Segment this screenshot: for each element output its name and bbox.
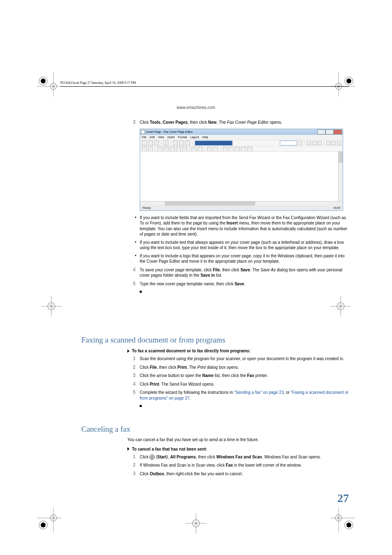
bold: Insert bbox=[226, 221, 238, 225]
text: dialog box opens. bbox=[205, 365, 239, 370]
bold: Save bbox=[235, 282, 244, 286]
bold: Fax bbox=[247, 373, 254, 378]
text: Scan the document using the program for … bbox=[140, 356, 344, 361]
text: Type the new cover page template name, t… bbox=[140, 282, 235, 286]
step-body: Click File, then click Print. The Print … bbox=[140, 365, 349, 370]
bold: Save in bbox=[201, 273, 215, 278]
instruction-head: To fax a scanned document or to fax dire… bbox=[127, 349, 349, 353]
bold-icon bbox=[298, 141, 302, 145]
text: . bbox=[189, 396, 191, 400]
ss-title: Cover Page - Fax Cover Page Editor bbox=[146, 130, 193, 133]
b-step-3: 3 Click Outbox, then right-click the fax… bbox=[127, 471, 349, 477]
text: Click bbox=[140, 365, 150, 370]
ss-window-buttons bbox=[317, 130, 342, 134]
menu-insert: Insert bbox=[167, 136, 175, 139]
b-step-1: 1 Click (Start), All Programs, then clic… bbox=[127, 454, 349, 460]
bold: Save bbox=[240, 268, 250, 272]
crop-mark-tr bbox=[330, 72, 355, 97]
new-icon bbox=[142, 141, 147, 146]
svg-point-35 bbox=[41, 523, 46, 527]
bold: Name bbox=[202, 373, 213, 378]
text: , or bbox=[284, 390, 291, 395]
step-num: 3 bbox=[127, 471, 136, 476]
align-center-icon bbox=[332, 141, 336, 145]
bullet-body: If you want to include text that always … bbox=[140, 240, 349, 251]
step-body: Click Print. The Send Fax Wizard opens. bbox=[140, 382, 349, 387]
ss-app-icon bbox=[141, 130, 145, 134]
step-body: Type the new cover page template name, t… bbox=[140, 281, 349, 287]
text: . Windows Fax and Scan opens. bbox=[262, 455, 321, 459]
step-body: Complete the wizard by following the ins… bbox=[140, 390, 349, 401]
bullet-body: If you want to include a logo that appea… bbox=[140, 253, 349, 264]
ss-status-right: NUM bbox=[334, 206, 340, 209]
heading-canceling-fax: Canceling a fax bbox=[81, 425, 130, 434]
header-rule bbox=[60, 86, 349, 87]
bold: New bbox=[208, 120, 217, 125]
ss-statusbar: Ready NUM bbox=[140, 206, 343, 210]
text: opens. bbox=[269, 120, 282, 125]
step-num: 3 bbox=[127, 119, 136, 125]
text: . The Send Fax Wizard opens. bbox=[159, 382, 214, 386]
step-body: If Windows Fax and Scan is in Scan view,… bbox=[140, 462, 349, 468]
ss-scrollbar-h bbox=[140, 201, 343, 206]
u-icon bbox=[318, 141, 322, 145]
step-num: 1 bbox=[127, 454, 136, 460]
heading-faxing-scanned: Faxing a scanned document or from progra… bbox=[81, 335, 225, 345]
text: Click bbox=[140, 472, 150, 476]
text: If you want to include text that always … bbox=[140, 240, 344, 250]
b-step-2: 2 If Windows Fax and Scan is in Scan vie… bbox=[127, 462, 349, 468]
italic: Fax Cover Page Editor bbox=[227, 120, 269, 125]
bold: Tools bbox=[150, 120, 160, 125]
a-step-1: 1 Scan the document using the program fo… bbox=[127, 356, 349, 362]
svg-point-42 bbox=[346, 523, 351, 527]
crop-mark-br bbox=[330, 508, 355, 532]
lead-paragraph: You can cancel a fax that you have set u… bbox=[127, 437, 349, 443]
step-3: 3 Click Tools, Cover Pages, then click N… bbox=[127, 119, 349, 125]
bold: File bbox=[213, 268, 220, 272]
svg-point-8 bbox=[346, 79, 351, 83]
ss-menubar: File Edit View Insert Format Layout Help bbox=[140, 135, 343, 140]
menu-format: Format bbox=[178, 136, 187, 139]
step-num: 4 bbox=[127, 381, 136, 387]
text: , then click bbox=[220, 268, 240, 272]
section-b-body: You can cancel a fax that you have set u… bbox=[127, 437, 349, 479]
step-body: Click Outbox, then right-click the fax y… bbox=[140, 471, 349, 477]
triangle-icon bbox=[127, 349, 129, 353]
ss-canvas bbox=[140, 151, 343, 206]
instruction-title: To cancel a fax that has not been sent: bbox=[132, 447, 207, 451]
text: To save your cover page template, click bbox=[140, 268, 213, 272]
step-body: Click (Start), All Programs, then click … bbox=[140, 454, 349, 460]
bold: All Programs bbox=[170, 455, 196, 459]
crop-mark-tl bbox=[37, 72, 62, 97]
ss-scrollbar-v bbox=[338, 151, 343, 206]
bullet-logo: • If you want to include a logo that app… bbox=[131, 253, 349, 264]
book-header-line: 8513042.book Page 27 Saturday, April 19,… bbox=[60, 81, 136, 85]
bold: Print bbox=[150, 382, 159, 386]
text: . The bbox=[217, 120, 227, 125]
align-right-icon bbox=[337, 141, 341, 145]
align-left-icon bbox=[326, 141, 330, 145]
menu-edit: Edit bbox=[150, 136, 154, 139]
end-of-procedure-icon bbox=[140, 291, 142, 293]
link-sending-fax[interactable]: “Sending a fax” on page 23 bbox=[234, 390, 284, 395]
minimize-icon bbox=[317, 130, 325, 134]
separator bbox=[304, 141, 305, 145]
ss-toolbar-1 bbox=[140, 140, 343, 146]
bold: Fax bbox=[226, 463, 233, 467]
step-4: 4 To save your cover page template, clic… bbox=[127, 267, 349, 278]
text: If you want to include a logo that appea… bbox=[140, 254, 345, 264]
menu-view: View bbox=[158, 136, 164, 139]
separator bbox=[161, 141, 161, 145]
ss-status-left: Ready bbox=[143, 206, 151, 209]
separator bbox=[155, 147, 155, 151]
text: list. bbox=[215, 273, 222, 278]
text: If Windows Fax and Scan is in Scan view,… bbox=[140, 463, 226, 467]
i-icon bbox=[312, 141, 316, 145]
text: Complete the wizard by following the ins… bbox=[140, 390, 234, 395]
text: Click the arrow button to open the bbox=[140, 373, 202, 378]
separator bbox=[192, 141, 193, 145]
fax-cover-page-editor-screenshot: Cover Page - Fax Cover Page Editor File … bbox=[140, 129, 343, 211]
step-body: Click the arrow button to open the Name … bbox=[140, 373, 349, 379]
step-num: 3 bbox=[127, 372, 136, 378]
menu-file: File bbox=[142, 136, 146, 139]
